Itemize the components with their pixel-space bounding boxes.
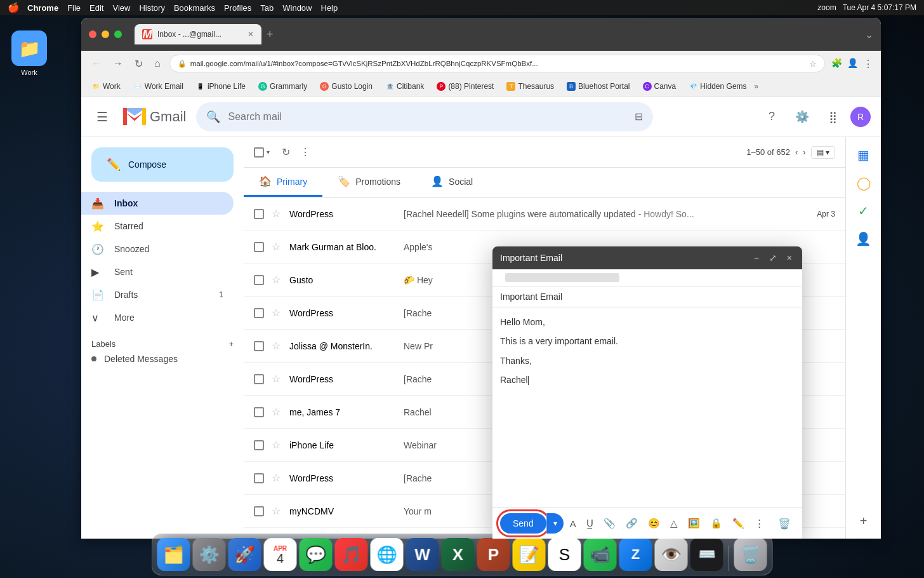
menubar-help[interactable]: Help: [321, 3, 338, 13]
url-bar[interactable]: 🔒 mail.google.com/mail/u/1/#inbox?compos…: [169, 55, 825, 72]
view-toggle-button[interactable]: ▤ ▾: [811, 146, 835, 159]
profile-icon[interactable]: 👤: [847, 58, 858, 70]
bookmark-grammarly[interactable]: G Grammarly: [253, 80, 312, 93]
lock-compose-icon[interactable]: 🔒: [706, 514, 726, 533]
select-dropdown-icon[interactable]: ▾: [267, 149, 270, 156]
link-icon[interactable]: 🔗: [622, 514, 642, 533]
traffic-light-minimize[interactable]: [102, 30, 109, 38]
menubar-chrome[interactable]: Chrome: [27, 3, 58, 13]
more-list-options[interactable]: ⋮: [298, 144, 313, 161]
dock-facetime[interactable]: 📹: [584, 538, 617, 571]
send-button[interactable]: Send: [500, 513, 546, 534]
compose-minimize-button[interactable]: −: [751, 252, 762, 264]
star-icon[interactable]: ☆: [272, 340, 284, 352]
hamburger-menu[interactable]: ☰: [91, 104, 113, 130]
photo-icon[interactable]: 🖼️: [684, 514, 704, 533]
dock-notes[interactable]: 📝: [513, 538, 546, 571]
select-all-checkbox[interactable]: [254, 147, 264, 158]
tab-primary[interactable]: 🏠 Primary: [244, 168, 322, 197]
compose-close-button[interactable]: ×: [784, 252, 795, 264]
email-checkbox[interactable]: [254, 407, 264, 417]
bookmark-work-email[interactable]: ✉️ Work Email: [128, 80, 188, 93]
sidebar-item-drafts[interactable]: 📄 Drafts 1: [81, 283, 234, 306]
help-button[interactable]: ?: [759, 104, 784, 130]
star-icon[interactable]: ☆: [272, 241, 284, 253]
browser-expand-icon[interactable]: ⌄: [865, 29, 873, 41]
emoji-icon[interactable]: 😊: [644, 514, 664, 533]
right-sidebar-tasks[interactable]: ◯: [851, 170, 876, 196]
underline-icon[interactable]: U̲: [583, 514, 597, 533]
tab-social[interactable]: 👤 Social: [416, 168, 488, 197]
bookmark-canva[interactable]: C Canva: [638, 80, 682, 93]
email-checkbox[interactable]: [254, 440, 264, 450]
discard-button[interactable]: 🗑️: [774, 514, 795, 534]
menu-icon[interactable]: ⋮: [863, 58, 873, 70]
drive-icon[interactable]: △: [666, 514, 682, 533]
signature-icon[interactable]: ✏️: [729, 514, 748, 533]
email-checkbox[interactable]: [254, 341, 264, 351]
menubar-edit[interactable]: Edit: [89, 3, 103, 13]
traffic-light-maximize[interactable]: [114, 30, 122, 38]
compose-to-field[interactable]: [492, 269, 802, 286]
right-sidebar-add[interactable]: +: [851, 508, 876, 534]
compose-button[interactable]: ✏️ Compose: [91, 147, 234, 182]
dock-zoom[interactable]: Z: [619, 538, 652, 571]
next-page-button[interactable]: ›: [803, 147, 805, 157]
sidebar-item-more[interactable]: ∨ More: [81, 306, 234, 329]
menubar-history[interactable]: History: [139, 3, 164, 13]
apps-button[interactable]: ⣿: [820, 104, 845, 130]
right-sidebar-people[interactable]: 👤: [851, 226, 876, 252]
send-dropdown-button[interactable]: ▾: [546, 513, 564, 534]
sidebar-item-snoozed[interactable]: 🕐 Snoozed: [81, 238, 234, 260]
search-options-icon[interactable]: ⊟: [635, 111, 643, 123]
dock-terminal[interactable]: ⌨️: [690, 538, 723, 571]
user-avatar[interactable]: R: [850, 107, 871, 127]
label-deleted-messages[interactable]: Deleted Messages: [91, 351, 234, 366]
dock-preview[interactable]: 👁️: [655, 538, 688, 571]
attach-icon[interactable]: 📎: [600, 514, 619, 533]
star-icon[interactable]: ☆: [272, 208, 284, 220]
dock-music[interactable]: 🎵: [335, 538, 368, 571]
sidebar-item-inbox[interactable]: 📥 Inbox: [81, 192, 234, 215]
dock-launchpad[interactable]: 🚀: [228, 538, 261, 571]
star-icon[interactable]: ☆: [272, 472, 284, 484]
menubar-tab[interactable]: Tab: [260, 3, 274, 13]
sidebar-item-starred[interactable]: ⭐ Starred: [81, 215, 234, 238]
bookmark-hidden-gems[interactable]: 💎 Hidden Gems: [683, 80, 751, 93]
active-tab[interactable]: M Inbox - ...@gmail... ✕: [135, 24, 261, 44]
right-sidebar-contacts[interactable]: ✓: [851, 198, 876, 224]
bookmark-work[interactable]: 📁 Work: [86, 80, 126, 93]
star-icon[interactable]: ☆: [272, 373, 284, 385]
email-checkbox[interactable]: [254, 374, 264, 384]
compose-expand-button[interactable]: ⤢: [767, 252, 779, 264]
menubar-view[interactable]: View: [112, 3, 130, 13]
search-bar[interactable]: 🔍 ⊟: [196, 102, 653, 131]
search-input[interactable]: [228, 111, 627, 123]
new-tab-button[interactable]: +: [267, 28, 274, 41]
desktop-folder[interactable]: 📁: [11, 30, 47, 66]
dock-excel[interactable]: X: [442, 538, 475, 571]
dock-word[interactable]: W: [406, 538, 439, 571]
email-checkbox[interactable]: [254, 308, 264, 318]
email-checkbox[interactable]: [254, 506, 264, 516]
sidebar-item-sent[interactable]: ▶ Sent: [81, 260, 234, 283]
tab-promotions[interactable]: 🏷️ Promotions: [322, 168, 416, 197]
prev-page-button[interactable]: ‹: [795, 147, 798, 157]
traffic-light-close[interactable]: [89, 30, 96, 38]
bookmark-citibank[interactable]: 🏦 Citibank: [380, 80, 429, 93]
apple-menu[interactable]: 🍎: [8, 2, 20, 13]
extensions-icon[interactable]: 🧩: [831, 58, 842, 70]
email-checkbox[interactable]: [254, 275, 264, 285]
bookmark-pinterest[interactable]: P (88) Pinterest: [432, 80, 499, 93]
star-icon[interactable]: ☆: [272, 274, 284, 286]
bookmark-star[interactable]: ☆: [809, 59, 817, 69]
star-icon[interactable]: ☆: [272, 406, 284, 418]
email-checkbox[interactable]: [254, 209, 264, 219]
dock-trash[interactable]: 🗑️: [734, 538, 767, 571]
bookmark-iphone-life[interactable]: 📱 iPhone Life: [191, 80, 251, 93]
home-button[interactable]: ⌂: [152, 55, 163, 72]
right-sidebar-calendar[interactable]: ▦: [851, 142, 876, 168]
formatting-icon[interactable]: A: [566, 514, 580, 533]
bookmark-gusto[interactable]: G Gusto Login: [315, 80, 378, 93]
more-compose-options[interactable]: ⋮: [751, 514, 768, 533]
